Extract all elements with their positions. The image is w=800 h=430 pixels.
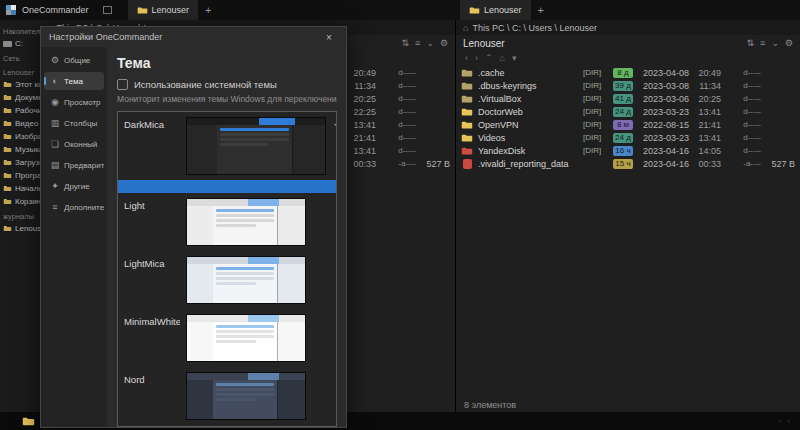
right-path-bar[interactable]: ⌂ This PC \ C: \ Users \ Lenouser: [456, 20, 800, 35]
forward-icon[interactable]: ›: [475, 53, 478, 63]
path-text: This PC \ C: \ Users \ Lenouser: [472, 23, 597, 33]
date-cell: 2023-04-16: [637, 159, 689, 169]
table-row[interactable]: DoctorWeb[DIR]24 д2023-03-2313:41d-----: [456, 105, 800, 118]
theme-item-darkmica[interactable]: DarkMica ⌄: [118, 112, 336, 180]
sort-icon[interactable]: ⇅: [402, 38, 410, 48]
date-cell: 2023-04-16: [637, 146, 689, 156]
sidebar-item[interactable]: Изображения: [0, 130, 40, 143]
taskbar-indicator-icon[interactable]: ▫: [787, 417, 790, 426]
theme-item-light[interactable]: Light: [118, 193, 336, 251]
close-icon[interactable]: ×: [320, 32, 338, 43]
theme-item-nord[interactable]: Nord: [118, 367, 336, 425]
taskbar-folder-icon[interactable]: [22, 416, 35, 427]
dir-label: [DIR]: [583, 68, 609, 77]
sort-icon[interactable]: ⇅: [747, 38, 755, 48]
drive-icon: [3, 41, 12, 47]
chevron-down-icon[interactable]: ▾: [512, 53, 517, 63]
time-cell: 13:41: [348, 146, 376, 156]
new-tab-button[interactable]: +: [538, 5, 544, 16]
theme-item-lightmica[interactable]: LightMica: [118, 251, 336, 309]
sidebar-item[interactable]: Корзина: [0, 195, 40, 208]
window-icon: ❏: [50, 139, 60, 149]
collapse-icon[interactable]: ⌄: [771, 38, 779, 48]
group-icon[interactable]: ≡: [760, 38, 765, 48]
collapse-icon[interactable]: ⌄: [426, 38, 434, 48]
attr-cell: d-----: [725, 107, 761, 116]
sidebar-item[interactable]: Рабочий стол: [0, 104, 40, 117]
preview-icon: ▤: [50, 160, 60, 170]
dir-label: [DIR]: [583, 81, 609, 90]
file-icon: [463, 159, 472, 169]
onecommander-window: OneCommander Lenouser + Lenouser + Накоп…: [0, 0, 800, 430]
theme-preview: [186, 256, 306, 304]
settings-nav-view[interactable]: ◉Просмотр: [44, 93, 104, 111]
folder-icon: [461, 81, 474, 91]
time-cell: 11:34: [693, 81, 721, 91]
chevron-down-icon[interactable]: ⌄: [332, 117, 337, 128]
file-name: .cache: [478, 68, 579, 78]
table-row[interactable]: Videos[DIR]24 д2023-03-2313:41d-----: [456, 131, 800, 144]
table-row[interactable]: .vivaldi_reporting_data15 ч2023-04-1600:…: [456, 157, 800, 170]
sidebar-item-drive-c[interactable]: C:: [0, 37, 40, 50]
sidebar-section-journals: журналы: [0, 208, 40, 222]
attr-cell: d-----: [380, 94, 416, 103]
table-row[interactable]: OpenVPN[DIR]8 м2022-08-1521:41d-----: [456, 118, 800, 131]
sidebar-item[interactable]: Музыка: [0, 143, 40, 156]
folder-icon: [469, 6, 480, 15]
time-cell: 20:49: [348, 68, 376, 78]
attr-cell: d-----: [380, 146, 416, 155]
dir-label: [DIR]: [583, 146, 609, 155]
table-row[interactable]: .VirtualBox[DIR]41 д2023-03-0620:25d----…: [456, 92, 800, 105]
back-icon[interactable]: ‹: [465, 53, 468, 63]
settings-nav-preview[interactable]: ▤Предварительный: [44, 156, 104, 174]
time-cell: 13:41: [693, 107, 721, 117]
settings-nav-window[interactable]: ❏Оконный: [44, 135, 104, 153]
settings-nav-columns[interactable]: ▥Столбцы: [44, 114, 104, 132]
sidebar-item[interactable]: Начало: [0, 182, 40, 195]
attr-cell: -a----: [725, 159, 761, 168]
table-row[interactable]: .dbus-keyrings[DIR]39 д2023-03-0811:34d-…: [456, 79, 800, 92]
folder-icon: [3, 159, 12, 166]
attr-cell: d-----: [725, 120, 761, 129]
checkbox[interactable]: [117, 79, 128, 90]
age-badge: 8 м: [613, 120, 633, 130]
sidebar-section-drives: Накопители: [0, 23, 40, 37]
group-icon[interactable]: ≡: [415, 38, 420, 48]
system-theme-checkbox-row[interactable]: Использование системной темы: [117, 79, 337, 90]
time-cell: 00:33: [348, 159, 376, 169]
folder-icon: [3, 172, 12, 179]
attr-cell: d-----: [380, 120, 416, 129]
items-count: 8 элементов: [464, 400, 516, 410]
left-pane-tab[interactable]: Lenouser: [128, 0, 199, 20]
dialog-titlebar[interactable]: Настройки OneCommander ×: [41, 27, 346, 47]
window-icon[interactable]: [103, 6, 112, 14]
time-cell: 22:25: [348, 107, 376, 117]
sidebar-item[interactable]: Документы: [0, 91, 40, 104]
sidebar-item[interactable]: Загрузки: [0, 156, 40, 169]
settings-nav-advanced[interactable]: ≡Дополнительно: [44, 198, 104, 216]
sidebar-item[interactable]: Этот компьютер: [0, 78, 40, 91]
theme-list: DarkMica ⌄ Light: [117, 111, 337, 427]
settings-nav-theme[interactable]: ◐Тема: [44, 72, 104, 90]
dir-label: [DIR]: [583, 107, 609, 116]
settings-icon[interactable]: ⚙: [440, 38, 448, 48]
date-cell: 2022-08-15: [637, 120, 689, 130]
table-row[interactable]: .cache[DIR]8 д2023-04-0820:49d-----: [456, 66, 800, 79]
settings-icon[interactable]: ⚙: [785, 38, 793, 48]
settings-nav-general[interactable]: ⚙Общие: [44, 51, 104, 69]
sidebar-section-user: Lenouser: [0, 64, 40, 78]
up-icon[interactable]: ⌃: [485, 53, 493, 63]
new-tab-button[interactable]: +: [205, 5, 211, 16]
sidebar-item[interactable]: Программы: [0, 169, 40, 182]
theme-preview: [186, 314, 306, 362]
home-icon[interactable]: ⌂: [500, 53, 505, 63]
taskbar-indicator-icon[interactable]: ▫: [778, 417, 781, 426]
theme-item-minimalwhite[interactable]: MinimalWhite: [118, 309, 336, 367]
attr-cell: d-----: [380, 68, 416, 77]
selected-theme-highlight[interactable]: [118, 180, 336, 193]
sidebar-item[interactable]: Видео: [0, 117, 40, 130]
settings-nav-other[interactable]: ✦Другие: [44, 177, 104, 195]
table-row[interactable]: YandexDisk[DIR]16 ч2023-04-1614:05d-----: [456, 144, 800, 157]
right-pane-tab[interactable]: Lenouser: [460, 0, 531, 20]
sidebar-item-journal[interactable]: Lenouser: [0, 222, 40, 235]
